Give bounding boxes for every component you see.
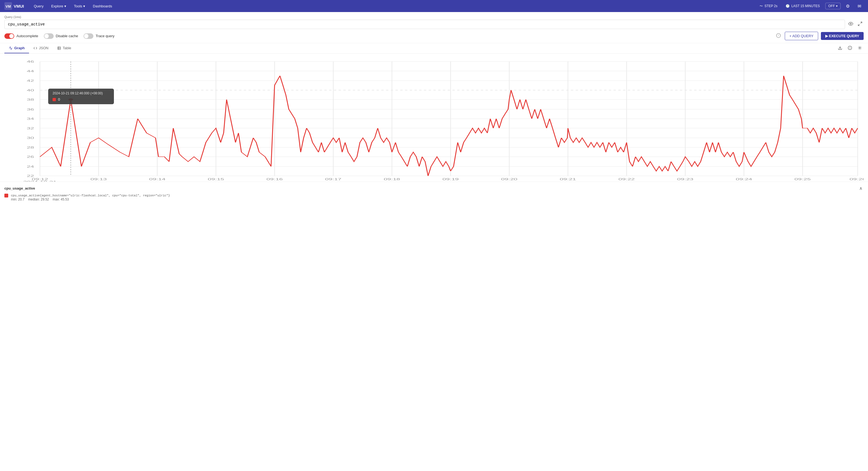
chevron-down-icon: ▾ bbox=[83, 4, 85, 8]
legend-stats: min: 20.7 median: 29.52 max: 45.53 bbox=[11, 198, 864, 201]
step-badge[interactable]: 〜 STEP 2s bbox=[757, 3, 780, 9]
nav-tools[interactable]: Tools ▾ bbox=[71, 2, 88, 10]
chart-svg: 46 44 42 40 38 36 34 32 30 28 26 24 22 0… bbox=[4, 56, 864, 181]
svg-text:09:13: 09:13 bbox=[90, 177, 107, 181]
min-value: 20.7 bbox=[18, 198, 24, 201]
nav-dashboards[interactable]: Dashboards bbox=[90, 2, 115, 10]
graph-icon bbox=[9, 46, 12, 50]
tab-actions bbox=[836, 44, 864, 52]
disable-cache-label: Disable cache bbox=[56, 34, 78, 38]
svg-text:VM: VM bbox=[5, 4, 11, 8]
add-query-button[interactable]: + ADD QUERY bbox=[785, 32, 818, 40]
query-label: Query (1ms) bbox=[4, 15, 864, 19]
svg-text:44: 44 bbox=[27, 69, 34, 73]
svg-text:09:20: 09:20 bbox=[501, 177, 518, 181]
svg-text:46: 46 bbox=[27, 60, 34, 63]
logo-icon: VM bbox=[4, 2, 12, 10]
tabs-row: Graph JSON Table bbox=[0, 43, 868, 54]
svg-text:38: 38 bbox=[27, 98, 34, 101]
svg-text:24: 24 bbox=[27, 165, 34, 168]
eye-icon-button[interactable] bbox=[847, 20, 854, 28]
legend-metric-label: cpu_usage_active{agent_hostname="ulric-f… bbox=[11, 194, 170, 197]
step-label: STEP 2s bbox=[765, 4, 777, 8]
query-section: Query (1ms) bbox=[0, 12, 868, 29]
autocomplete-toggle[interactable] bbox=[4, 33, 14, 39]
svg-text:26: 26 bbox=[27, 155, 34, 159]
svg-point-2 bbox=[850, 23, 851, 25]
svg-text:34: 34 bbox=[27, 117, 34, 121]
min-label: min: bbox=[11, 198, 17, 201]
legend-row: cpu_usage_active{agent_hostname="ulric-f… bbox=[4, 194, 864, 198]
svg-text:09:23: 09:23 bbox=[677, 177, 693, 181]
code-icon bbox=[33, 46, 37, 50]
max-label: max: bbox=[53, 198, 60, 201]
nav-explore[interactable]: Explore ▾ bbox=[48, 2, 69, 10]
trace-query-label: Trace query bbox=[96, 34, 115, 38]
time-range-label: LAST 15 MINUTES bbox=[791, 4, 820, 8]
svg-text:30: 30 bbox=[27, 136, 34, 140]
svg-text:09:15: 09:15 bbox=[208, 177, 224, 181]
main-content: Query (1ms) Autocomplete Disable cache T… bbox=[0, 12, 868, 471]
svg-text:09:26: 09:26 bbox=[850, 177, 864, 181]
time-range-badge[interactable]: 🕐 LAST 15 MINUTES bbox=[783, 3, 823, 9]
svg-point-16 bbox=[859, 47, 860, 48]
trace-query-toggle-group: Trace query bbox=[84, 33, 115, 39]
chart-settings-button[interactable] bbox=[856, 44, 864, 52]
toolbar-right: + ADD QUERY ▶ EXECUTE QUERY bbox=[775, 32, 864, 40]
svg-line-4 bbox=[858, 24, 860, 26]
svg-text:32: 32 bbox=[27, 126, 34, 130]
query-input-row bbox=[4, 20, 864, 29]
svg-text:09:18: 09:18 bbox=[384, 177, 400, 181]
topnav-right: 〜 STEP 2s 🕐 LAST 15 MINUTES OFF ▾ ⚙ ✉ bbox=[757, 2, 864, 10]
logo-text: VMUI bbox=[14, 4, 24, 8]
median-value: 29.52 bbox=[41, 198, 49, 201]
tab-table[interactable]: Table bbox=[53, 43, 75, 53]
logo: VM VMUI bbox=[4, 2, 24, 10]
legend-color-box bbox=[4, 194, 8, 198]
svg-point-15 bbox=[850, 48, 850, 49]
refresh-badge[interactable]: OFF ▾ bbox=[825, 3, 841, 9]
chart-wrapper[interactable]: 46 44 42 40 38 36 34 32 30 28 26 24 22 0… bbox=[4, 56, 864, 181]
legend-collapse-button[interactable]: ∧ bbox=[858, 184, 864, 192]
svg-point-76 bbox=[68, 98, 73, 101]
tab-json[interactable]: JSON bbox=[29, 43, 53, 53]
notifications-button[interactable]: ✉ bbox=[855, 2, 864, 10]
disable-cache-toggle-group: Disable cache bbox=[44, 33, 78, 39]
topnav-nav: Query Explore ▾ Tools ▾ Dashboards bbox=[31, 2, 750, 10]
chart-area: 46 44 42 40 38 36 34 32 30 28 26 24 22 0… bbox=[0, 56, 868, 181]
download-button[interactable] bbox=[836, 44, 844, 52]
query-input[interactable] bbox=[4, 20, 845, 29]
svg-text:28: 28 bbox=[27, 145, 34, 149]
table-icon bbox=[57, 46, 61, 50]
toolbar-row: Autocomplete Disable cache Trace query +… bbox=[0, 29, 868, 43]
svg-text:2024-10-21: 2024-10-21 bbox=[23, 180, 57, 181]
legend-title: cpu_usage_active ∧ bbox=[4, 184, 864, 192]
svg-text:09:21: 09:21 bbox=[560, 177, 576, 181]
refresh-label: OFF bbox=[828, 4, 835, 8]
autocomplete-toggle-group: Autocomplete bbox=[4, 33, 38, 39]
autocomplete-label: Autocomplete bbox=[17, 34, 38, 38]
expand-icon-button[interactable] bbox=[857, 20, 864, 28]
svg-text:09:17: 09:17 bbox=[325, 177, 341, 181]
svg-text:36: 36 bbox=[27, 107, 34, 111]
info-icon-button[interactable] bbox=[775, 32, 782, 40]
tips-button[interactable] bbox=[846, 44, 854, 52]
svg-text:09:24: 09:24 bbox=[736, 177, 752, 181]
chevron-down-icon: ▾ bbox=[64, 4, 66, 8]
svg-text:42: 42 bbox=[27, 79, 34, 82]
trace-query-toggle[interactable] bbox=[84, 33, 93, 39]
svg-text:09:16: 09:16 bbox=[267, 177, 283, 181]
svg-text:09:19: 09:19 bbox=[442, 177, 459, 181]
disable-cache-toggle[interactable] bbox=[44, 33, 54, 39]
nav-query[interactable]: Query bbox=[31, 2, 47, 10]
svg-rect-8 bbox=[58, 46, 61, 49]
settings-button[interactable]: ⚙ bbox=[843, 2, 852, 10]
tab-graph[interactable]: Graph bbox=[4, 43, 29, 53]
svg-text:09:14: 09:14 bbox=[149, 177, 166, 181]
svg-line-3 bbox=[861, 22, 862, 23]
median-label: median: bbox=[28, 198, 40, 201]
execute-query-button[interactable]: ▶ EXECUTE QUERY bbox=[821, 32, 864, 40]
svg-text:40: 40 bbox=[27, 88, 34, 92]
topnav: VM VMUI Query Explore ▾ Tools ▾ Dashboar… bbox=[0, 0, 868, 12]
svg-text:09:22: 09:22 bbox=[619, 177, 635, 181]
